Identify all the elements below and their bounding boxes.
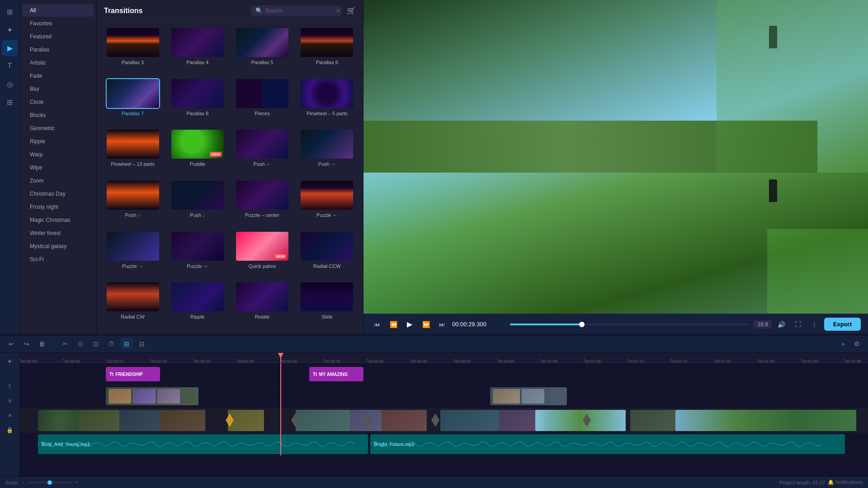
transition-parallax8[interactable]: Parallax 8 <box>167 78 228 126</box>
skip-to-start-btn[interactable]: ⏮ <box>371 318 383 331</box>
transition-extra3[interactable]: Rotate <box>232 282 293 329</box>
transition-parallax7[interactable]: Parallax 7 <box>102 78 163 126</box>
timeline-add-btn[interactable]: + <box>837 338 849 350</box>
transition-puzzle-center[interactable]: Puzzle – center <box>232 180 293 227</box>
scale-slider[interactable] <box>27 482 72 483</box>
video-clip-4[interactable] <box>160 410 205 431</box>
transition-puzzle-left[interactable]: Puzzle ← <box>297 180 358 227</box>
sidebar-grid[interactable]: ⊞ <box>2 94 18 110</box>
transition-radial-ccw[interactable]: Radial CCW <box>297 231 358 278</box>
cat-scifi[interactable]: Sci-Fi <box>23 253 94 266</box>
video-clip-6[interactable] <box>296 410 350 431</box>
volume-icon[interactable]: 🔊 <box>775 318 788 331</box>
transition-pinwheel13[interactable]: Pinwheel – 13 parts <box>102 129 163 176</box>
cat-blur[interactable]: Blur <box>23 83 94 95</box>
video-clip-8[interactable] <box>382 410 427 431</box>
sidebar-effects[interactable]: ◎ <box>2 76 18 92</box>
cat-parallax[interactable]: Parallax <box>23 43 94 56</box>
transition-pieces[interactable]: Pieces <box>232 78 293 126</box>
transition-parallax6[interactable]: Parallax 6 <box>297 27 358 75</box>
video-clip-1[interactable] <box>38 410 79 431</box>
transition-push-up[interactable]: Push ↑ <box>102 180 163 227</box>
more-options-btn[interactable]: ⋮ <box>808 318 821 331</box>
sidebar-text[interactable]: T <box>2 58 18 74</box>
sidebar-home[interactable]: ⊞ <box>2 4 18 20</box>
transition-puddle[interactable]: NEW Puddle <box>167 129 228 176</box>
fullscreen-btn[interactable]: ⛶ <box>792 318 804 331</box>
aspect-ratio[interactable]: 16:9 <box>754 320 771 328</box>
transition-parallax3[interactable]: Parallax 3 <box>102 27 163 75</box>
scale-thumb[interactable] <box>47 480 52 485</box>
cat-artistic[interactable]: Artistic <box>23 56 94 69</box>
transition-puzzle-both[interactable]: Puzzle ↔ <box>167 231 228 278</box>
transition-quick-palms[interactable]: NEW Quick palms <box>232 231 293 278</box>
title-clip-myamazing[interactable]: Tt MY AMAZING <box>309 367 363 381</box>
transition-parallax4[interactable]: Parallax 4 <box>167 27 228 75</box>
track-ctrl-title[interactable]: T <box>2 380 18 394</box>
transition-push-left[interactable]: Push ← <box>232 129 293 176</box>
search-box[interactable]: 🔍 ✕ <box>251 5 341 16</box>
track-ctrl-lock[interactable]: 🔒 <box>2 423 18 437</box>
audio-clip-2[interactable]: Bright_Future.mp3 <box>370 434 845 454</box>
copy-btn[interactable]: ⊙ <box>75 338 86 350</box>
cat-christmas-day[interactable]: Christmas Day <box>23 188 94 200</box>
pip-clip2[interactable] <box>490 387 567 405</box>
cat-mystical-galaxy[interactable]: Mystical galaxy <box>23 240 94 253</box>
track-ctrl-eye2[interactable]: 👁 <box>2 409 18 422</box>
cat-winter-forest[interactable]: Winter forest <box>23 227 94 239</box>
transition-extra1[interactable]: Radial CW <box>102 282 163 329</box>
speed-btn[interactable]: ⏱ <box>105 338 117 350</box>
progress-thumb[interactable] <box>579 322 585 327</box>
color-btn[interactable]: ⊟ <box>136 338 148 350</box>
cat-circle[interactable]: Circle <box>23 96 94 108</box>
cat-ripple[interactable]: Ripple <box>23 135 94 148</box>
pip-clip[interactable] <box>106 387 198 405</box>
cat-warp[interactable]: Warp <box>23 148 94 161</box>
cat-fade[interactable]: Fade <box>23 70 94 82</box>
video-clip-11[interactable] <box>535 410 626 431</box>
transition-parallax5[interactable]: Parallax 5 <box>232 27 293 75</box>
transition-puzzle-right[interactable]: Puzzle → <box>102 231 163 278</box>
track-ctrl-eye1[interactable]: 👁 <box>2 394 18 408</box>
cat-zoom[interactable]: Zoom <box>23 174 94 187</box>
search-input[interactable] <box>265 8 333 14</box>
cat-magic-christmas[interactable]: Magic Christmas <box>23 214 94 226</box>
video-clip-9[interactable] <box>440 410 499 431</box>
export-button[interactable]: Export <box>824 318 861 331</box>
delete-btn[interactable]: 🗑 <box>36 338 48 350</box>
sidebar-magic[interactable]: ✦ <box>2 22 18 38</box>
title-clip-friendship[interactable]: Tt FRIENDSHIP <box>106 367 160 381</box>
play-btn[interactable]: ▶ <box>403 318 416 331</box>
cat-favorites[interactable]: Favorites <box>23 17 94 30</box>
transition-extra2[interactable]: Ripple <box>167 282 228 329</box>
video-clip-3[interactable] <box>119 410 160 431</box>
transition-pinwheel5[interactable]: Pinwheel – 5 parts <box>297 78 358 126</box>
cat-featured[interactable]: Featured <box>23 30 94 43</box>
timeline-tracks[interactable]: 00:00:00 00:00:05 00:00:10 00:00:15 <box>20 353 868 476</box>
undo-btn[interactable]: ↩ <box>5 338 17 350</box>
video-clip-13[interactable] <box>675 410 856 431</box>
cat-wipe[interactable]: Wipe <box>23 161 94 174</box>
redo-btn[interactable]: ↪ <box>21 338 33 350</box>
transition-push-down[interactable]: Push ↓ <box>167 180 228 227</box>
cut-btn[interactable]: ✂ <box>59 338 71 350</box>
track-ctrl-add[interactable]: + <box>2 355 18 368</box>
audio-clip-1[interactable]: Bold_And_Young.mp3 <box>38 434 368 454</box>
timeline-settings-btn[interactable]: ⚙ <box>851 338 863 350</box>
sidebar-media[interactable]: ▶ <box>2 40 18 56</box>
crop-btn[interactable]: ⊡ <box>90 338 102 350</box>
cat-frosty-night[interactable]: Frosty night <box>23 201 94 213</box>
cart-icon[interactable]: 🛒 <box>347 6 356 15</box>
split-btn[interactable]: ⊟ <box>121 338 132 350</box>
step-forward-btn[interactable]: ⏩ <box>420 318 432 331</box>
video-clip-2[interactable] <box>79 410 119 431</box>
clear-search-icon[interactable]: ✕ <box>336 8 340 14</box>
progress-bar[interactable] <box>510 324 750 325</box>
step-back-btn[interactable]: ⏪ <box>387 318 400 331</box>
notifications-btn[interactable]: 🔔 Notifications <box>828 479 863 485</box>
skip-to-end-btn[interactable]: ⏭ <box>436 318 448 331</box>
cat-all[interactable]: All <box>23 4 94 17</box>
video-clip-12[interactable] <box>630 410 675 431</box>
transition-push-right[interactable]: Push → <box>297 129 358 176</box>
cat-geometric[interactable]: Geometric <box>23 122 94 135</box>
